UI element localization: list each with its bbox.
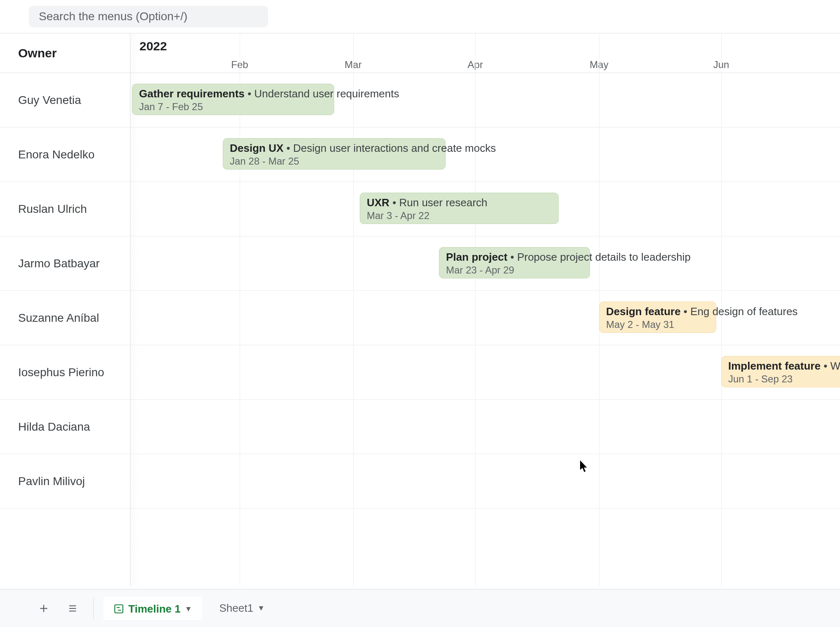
task-title-line: Design feature • Eng design of features — [606, 305, 709, 318]
tab-label: Timeline 1 — [128, 603, 181, 615]
task-desc: • Write — [821, 360, 840, 372]
task-title: Design feature — [606, 305, 681, 318]
tab-label: Sheet1 — [219, 602, 253, 615]
tab-timeline[interactable]: Timeline 1 ▼ — [104, 597, 202, 620]
task-dates: Jan 7 - Feb 25 — [139, 101, 327, 113]
menu-icon — [67, 604, 78, 613]
task-card[interactable]: Plan project • Propose project details t… — [439, 247, 590, 278]
owner-cell[interactable]: Pavlin Milivoj — [0, 454, 130, 509]
owner-cell[interactable]: Iosephus Pierino — [0, 345, 130, 400]
svg-rect-5 — [115, 605, 123, 613]
owner-column: Owner Guy Venetia Enora Nedelko Ruslan U… — [0, 33, 130, 586]
timeline-row[interactable]: UXR • Run user researchMar 3 - Apr 22 — [130, 182, 840, 236]
owner-cell[interactable]: Hilda Daciana — [0, 400, 130, 454]
timeline-row[interactable] — [130, 400, 840, 454]
all-sheets-button[interactable] — [62, 598, 83, 619]
tab-divider — [93, 598, 94, 619]
task-title: UXR — [367, 196, 389, 209]
task-title: Implement feature — [728, 360, 821, 372]
sheet-tabs-bar: Timeline 1 ▼ Sheet1 ▼ — [0, 589, 840, 627]
task-desc: • Run user research — [389, 196, 487, 209]
column-gridline — [475, 33, 476, 586]
search-input[interactable] — [29, 6, 268, 27]
task-title-line: Design UX • Design user interactions and… — [230, 142, 439, 155]
task-card[interactable]: UXR • Run user researchMar 3 - Apr 22 — [360, 193, 559, 224]
owner-cell[interactable]: Enora Nedelko — [0, 127, 130, 182]
timeline-row[interactable]: Design feature • Eng design of featuresM… — [130, 291, 840, 345]
task-card[interactable]: Design feature • Eng design of featuresM… — [599, 302, 716, 333]
task-card[interactable]: Gather requirements • Understand user re… — [132, 84, 334, 115]
task-desc: • Eng design of features — [681, 305, 798, 318]
task-card[interactable]: Implement feature • WriteJun 1 - Sep 23 — [721, 356, 840, 387]
task-title: Plan project — [446, 251, 507, 263]
owner-cell[interactable]: Ruslan Ulrich — [0, 182, 130, 236]
owner-column-header: Owner — [0, 33, 130, 73]
task-title-line: UXR • Run user research — [367, 196, 552, 209]
task-title-line: Gather requirements • Understand user re… — [139, 87, 327, 100]
plus-icon — [38, 603, 49, 614]
timeline-rows: Gather requirements • Understand user re… — [130, 73, 840, 509]
task-desc: • Propose project details to leadership — [507, 251, 691, 263]
owner-cell[interactable]: Guy Venetia — [0, 73, 130, 127]
column-gridline — [240, 33, 240, 586]
task-desc: • Design user interactions and create mo… — [283, 142, 496, 154]
task-dates: Mar 23 - Apr 29 — [446, 264, 583, 276]
timeline-header: 2022 FebMarAprMayJun — [130, 33, 840, 73]
task-title: Gather requirements — [139, 87, 245, 100]
timeline-row[interactable]: Gather requirements • Understand user re… — [130, 73, 840, 127]
add-sheet-button[interactable] — [33, 598, 54, 619]
task-dates: Jun 1 - Sep 23 — [728, 373, 840, 385]
chevron-down-icon[interactable]: ▼ — [185, 605, 192, 613]
owner-cell[interactable]: Jarmo Batbayar — [0, 236, 130, 291]
tab-sheet1[interactable]: Sheet1 ▼ — [210, 597, 275, 620]
timeline-grid[interactable]: 2022 FebMarAprMayJun Gather requirements… — [130, 33, 840, 586]
timeline-row[interactable]: Plan project • Propose project details t… — [130, 236, 840, 291]
mouse-cursor — [580, 460, 589, 473]
task-title-line: Implement feature • Write — [728, 360, 840, 372]
timeline-row[interactable] — [130, 454, 840, 509]
timeline-view: Owner Guy Venetia Enora Nedelko Ruslan U… — [0, 33, 840, 586]
task-dates: Jan 28 - Mar 25 — [230, 156, 439, 167]
timeline-row[interactable]: Implement feature • WriteJun 1 - Sep 23 — [130, 345, 840, 400]
column-gridline — [353, 33, 354, 586]
timeline-row[interactable]: Design UX • Design user interactions and… — [130, 127, 840, 182]
search-bar-row — [0, 0, 840, 33]
task-dates: May 2 - May 31 — [606, 319, 709, 330]
task-dates: Mar 3 - Apr 22 — [367, 210, 552, 222]
task-title: Design UX — [230, 142, 283, 154]
timeline-icon — [113, 603, 124, 614]
task-card[interactable]: Design UX • Design user interactions and… — [223, 138, 446, 170]
owner-cell[interactable]: Suzanne Aníbal — [0, 291, 130, 345]
task-desc: • Understand user requirements — [245, 87, 399, 100]
chevron-down-icon[interactable]: ▼ — [257, 604, 265, 613]
task-title-line: Plan project • Propose project details t… — [446, 251, 583, 264]
year-label: 2022 — [139, 39, 167, 53]
